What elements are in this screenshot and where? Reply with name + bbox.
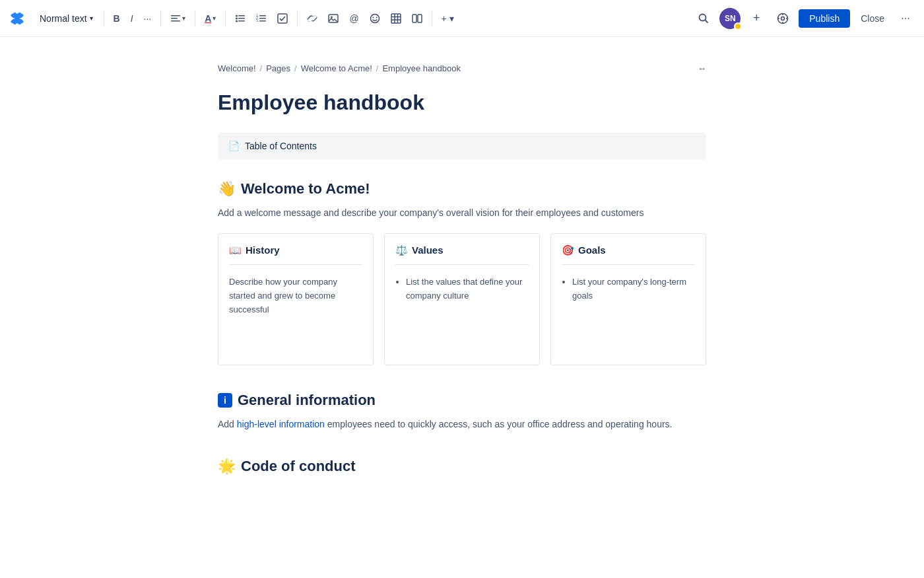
- close-button[interactable]: Close: [855, 11, 890, 26]
- svg-rect-0: [171, 15, 180, 17]
- card-divider: [229, 264, 362, 265]
- bullet-list-button[interactable]: [231, 11, 249, 26]
- section-conduct: 🌟 Code of conduct: [218, 458, 706, 475]
- svg-point-31: [781, 17, 785, 20]
- svg-rect-14: [259, 20, 266, 22]
- welcome-emoji: 👋: [218, 180, 236, 198]
- section-general-heading: i General information: [218, 392, 706, 409]
- svg-point-7: [236, 20, 238, 22]
- svg-point-5: [236, 17, 238, 19]
- chevron-down-icon: ▾: [182, 15, 185, 22]
- table-of-contents[interactable]: 📄 Table of Contents: [218, 133, 706, 159]
- more-formatting-button[interactable]: ···: [140, 11, 156, 26]
- section-welcome-desc: Add a welcome message and describe your …: [218, 205, 706, 220]
- svg-rect-26: [412, 15, 416, 22]
- align-button[interactable]: ▾: [166, 11, 189, 26]
- text-style-label: Normal text: [40, 13, 87, 24]
- separator-5: [297, 11, 298, 26]
- emoji-button[interactable]: [366, 11, 384, 26]
- card-divider: [395, 264, 529, 265]
- text-style-dropdown[interactable]: Normal text ▾: [34, 11, 98, 26]
- cards-row: 📖 History Describe how your company star…: [218, 233, 706, 365]
- main-content: Welcome! / Pages / Welcome to Acme! / Em…: [178, 37, 746, 554]
- italic-button[interactable]: I: [127, 11, 137, 26]
- card-goals-body: List your company's long-term goals: [562, 275, 695, 303]
- toc-label: Table of Contents: [245, 141, 317, 151]
- invite-button[interactable]: +: [746, 8, 767, 29]
- more-options-button[interactable]: ···: [895, 8, 916, 29]
- image-button[interactable]: [324, 11, 343, 26]
- publish-button[interactable]: Publish: [799, 9, 850, 28]
- svg-rect-12: [259, 18, 266, 19]
- svg-point-3: [236, 15, 238, 17]
- general-emoji: i: [218, 393, 232, 408]
- card-history[interactable]: 📖 History Describe how your company star…: [218, 233, 374, 365]
- section-welcome-heading: 👋 Welcome to Acme!: [218, 180, 706, 198]
- svg-rect-6: [238, 18, 245, 19]
- svg-rect-21: [391, 14, 401, 23]
- page-title[interactable]: Employee handbook: [218, 89, 706, 117]
- separator-6: [432, 11, 432, 26]
- card-values-body: List the values that define your company…: [395, 275, 529, 303]
- svg-point-20: [376, 17, 377, 18]
- svg-line-29: [706, 20, 708, 22]
- confluence-logo[interactable]: [8, 9, 26, 28]
- general-info-link[interactable]: high-level information: [237, 419, 325, 429]
- svg-rect-8: [238, 20, 245, 22]
- toolbar-right: SN + Publish Close ···: [693, 8, 916, 29]
- bold-button[interactable]: B: [110, 11, 124, 26]
- section-conduct-heading: 🌟 Code of conduct: [218, 458, 706, 475]
- svg-point-28: [700, 14, 706, 20]
- card-goals[interactable]: 🎯 Goals List your company's long-term go…: [550, 233, 706, 365]
- conduct-emoji: 🌟: [218, 458, 236, 475]
- separator-2: [160, 11, 161, 26]
- task-list-button[interactable]: [273, 11, 292, 26]
- svg-rect-2: [171, 20, 180, 22]
- section-general: i General information Add high-level inf…: [218, 392, 706, 431]
- link-button[interactable]: [303, 11, 321, 26]
- card-values[interactable]: ⚖️ Values List the values that define yo…: [384, 233, 540, 365]
- svg-point-18: [370, 14, 379, 22]
- chevron-down-icon: ▾: [213, 15, 216, 22]
- section-general-desc: Add high-level information employees nee…: [218, 417, 706, 431]
- chevron-down-icon: ▾: [90, 15, 93, 22]
- svg-rect-15: [278, 14, 287, 23]
- separator-1: [104, 11, 104, 26]
- insert-more-button[interactable]: + ▾: [438, 11, 458, 26]
- card-values-emoji: ⚖️: [395, 244, 408, 256]
- svg-rect-4: [238, 15, 245, 17]
- space-settings-button[interactable]: [772, 8, 793, 29]
- svg-rect-10: [259, 15, 266, 17]
- avatar-initials: SN: [725, 14, 736, 23]
- breadcrumb-item-current: Employee handbook: [382, 63, 461, 73]
- breadcrumb-expand[interactable]: ↔: [698, 63, 706, 73]
- card-divider: [562, 264, 695, 265]
- svg-rect-27: [418, 15, 422, 22]
- table-button[interactable]: [387, 11, 405, 26]
- avatar-badge: [734, 22, 742, 30]
- breadcrumb-item-welcome-acme[interactable]: Welcome to Acme!: [301, 63, 372, 73]
- breadcrumb-item-welcome[interactable]: Welcome!: [218, 63, 256, 73]
- toc-icon: 📄: [228, 141, 240, 151]
- section-welcome: 👋 Welcome to Acme! Add a welcome message…: [218, 180, 706, 365]
- svg-text:3.: 3.: [256, 18, 259, 22]
- card-goals-emoji: 🎯: [562, 244, 574, 256]
- user-avatar[interactable]: SN: [719, 8, 741, 29]
- svg-point-19: [372, 17, 374, 18]
- toolbar: Normal text ▾ B I ··· ▾ A ▾ 1.2.3. @: [0, 0, 924, 37]
- search-button[interactable]: [693, 8, 714, 29]
- card-history-title: 📖 History: [229, 244, 362, 256]
- card-history-body: Describe how your company started and gr…: [229, 275, 362, 316]
- breadcrumb: Welcome! / Pages / Welcome to Acme! / Em…: [218, 63, 706, 73]
- svg-rect-1: [171, 18, 178, 19]
- separator-3: [195, 11, 195, 26]
- numbered-list-button[interactable]: 1.2.3.: [252, 11, 271, 26]
- svg-point-17: [331, 16, 333, 18]
- separator-4: [225, 11, 226, 26]
- mention-button[interactable]: @: [345, 11, 362, 26]
- card-goals-title: 🎯 Goals: [562, 244, 695, 256]
- columns-button[interactable]: [408, 11, 426, 26]
- card-values-title: ⚖️ Values: [395, 244, 529, 256]
- font-color-button[interactable]: A ▾: [201, 11, 220, 26]
- breadcrumb-item-pages[interactable]: Pages: [266, 63, 290, 73]
